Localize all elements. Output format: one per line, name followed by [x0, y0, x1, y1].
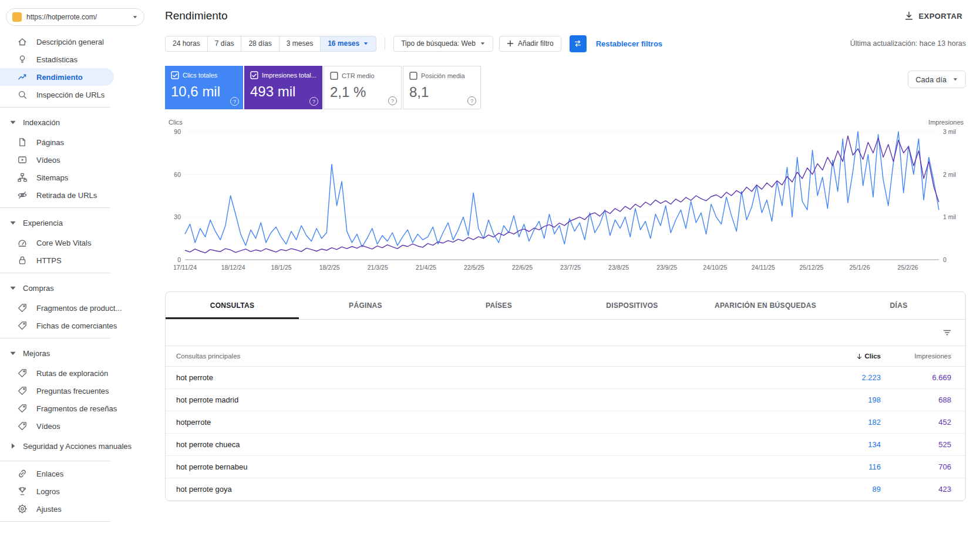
- chart-svg: 030609001 mil2 mil3 mil17/11/2418/12/241…: [165, 127, 966, 276]
- query-cell[interactable]: hotperrote: [176, 418, 816, 427]
- compare-filters-button[interactable]: [570, 35, 587, 52]
- chevron-down-icon: [8, 217, 18, 228]
- sidebar-section-indexacion[interactable]: Indexación: [0, 111, 153, 133]
- sidebar-item-rutas-de-exploracion[interactable]: Rutas de exploración: [0, 364, 114, 382]
- date-range-label: 16 meses: [328, 39, 359, 48]
- date-range-label: 28 días: [248, 39, 271, 48]
- metric-value: 8,1: [409, 84, 474, 100]
- checkbox-unchecked-icon[interactable]: [330, 72, 338, 80]
- topbar: Rendimiento EXPORTAR: [153, 0, 980, 32]
- help-icon[interactable]: ?: [230, 97, 239, 106]
- property-selector[interactable]: https://hotperrote.com/: [6, 8, 144, 26]
- svg-text:17/11/24: 17/11/24: [173, 264, 197, 271]
- page-title: Rendimiento: [165, 9, 228, 22]
- product-snippets-icon: [17, 303, 28, 313]
- tab-dispositivos[interactable]: DISPOSITIVOS: [565, 292, 699, 319]
- tab-paises[interactable]: PAÍSES: [432, 292, 565, 319]
- sidebar-item-rendimiento[interactable]: Rendimiento: [0, 68, 114, 86]
- tab-paginas[interactable]: PÁGINAS: [299, 292, 432, 319]
- sidebar-item-core-web-vitals[interactable]: Core Web Vitals: [0, 234, 114, 251]
- checkbox-checked-icon[interactable]: [171, 71, 179, 79]
- sidebar-item-logros[interactable]: Logros: [0, 482, 114, 500]
- filter-list-icon[interactable]: [942, 327, 952, 338]
- sidebar-item-videos[interactable]: Vídeos: [0, 417, 114, 435]
- query-cell[interactable]: hot perrote madrid: [176, 395, 816, 404]
- table-row[interactable]: hot perrote chueca134525: [166, 434, 965, 456]
- svg-text:24/10/25: 24/10/25: [703, 264, 727, 271]
- reset-filters-link[interactable]: Restablecer filtros: [596, 39, 662, 48]
- search-type-filter[interactable]: Tipo de búsqueda: Web: [393, 36, 493, 52]
- sidebar-item-enlaces[interactable]: Enlaces: [0, 465, 114, 482]
- column-header-clicks[interactable]: Clics: [816, 353, 881, 360]
- table-toolbar: [166, 320, 965, 346]
- tab-consultas[interactable]: CONSULTAS: [166, 292, 299, 319]
- help-icon[interactable]: ?: [467, 96, 476, 105]
- sidebar-item-https[interactable]: HTTPS: [0, 251, 114, 269]
- sidebar-section-experiencia[interactable]: Experiencia: [0, 212, 153, 234]
- metric-card-impresiones-total[interactable]: Impresiones total...493 mil?: [244, 66, 322, 109]
- home-icon: [17, 36, 28, 47]
- date-range-28-dias[interactable]: 28 días: [241, 36, 279, 52]
- sidebar: https://hotperrote.com/ Descripción gene…: [0, 0, 153, 540]
- query-cell[interactable]: hot perrote bernabeu: [176, 462, 816, 471]
- checkbox-checked-icon[interactable]: [250, 71, 258, 79]
- date-range-16-meses[interactable]: 16 meses: [320, 36, 376, 52]
- svg-text:3 mil: 3 mil: [943, 128, 956, 135]
- plus-icon: [507, 40, 514, 47]
- query-cell[interactable]: hot perrote: [176, 373, 816, 382]
- metric-card-posicion-media[interactable]: Posición media8,1?: [403, 66, 481, 109]
- date-range-24-horas[interactable]: 24 horas: [165, 36, 208, 52]
- date-range-label: 7 días: [215, 39, 234, 48]
- table-row[interactable]: hotperrote182452: [166, 411, 965, 434]
- clicks-cell: 116: [816, 462, 881, 471]
- query-cell[interactable]: hot perrote goya: [176, 485, 816, 494]
- date-range-7-dias[interactable]: 7 días: [207, 36, 242, 52]
- metric-value: 10,6 mil: [171, 83, 237, 100]
- add-filter-button[interactable]: Añadir filtro: [499, 36, 561, 52]
- metric-card-clics-totales[interactable]: Clics totales10,6 mil?: [165, 66, 243, 109]
- sidebar-item-label: Retirada de URLs: [36, 191, 97, 200]
- column-header-queries[interactable]: Consultas principales: [176, 353, 816, 360]
- sidebar-divider: [0, 521, 110, 522]
- query-cell[interactable]: hot perrote chueca: [176, 440, 816, 449]
- sidebar-item-paginas[interactable]: Páginas: [0, 133, 114, 151]
- table-row[interactable]: hot perrote2.2236.669: [166, 367, 965, 389]
- section-label: Experiencia: [23, 219, 63, 227]
- column-header-impressions[interactable]: Impresiones: [881, 353, 951, 360]
- sidebar-section-mejoras[interactable]: Mejoras: [0, 342, 153, 364]
- performance-chart[interactable]: 030609001 mil2 mil3 mil17/11/2418/12/241…: [165, 127, 966, 276]
- export-button[interactable]: EXPORTAR: [900, 10, 966, 22]
- sidebar-item-label: Vídeos: [36, 156, 60, 165]
- chevron-down-icon: [952, 76, 958, 82]
- links-icon: [17, 468, 28, 479]
- sidebar-item-descripcion-general[interactable]: Descripción general: [0, 33, 114, 51]
- sidebar-item-sitemaps[interactable]: Sitemaps: [0, 169, 114, 186]
- sidebar-item-fragmentos-de-product[interactable]: Fragmentos de product...: [0, 299, 114, 317]
- help-icon[interactable]: ?: [309, 97, 318, 106]
- main-content: Rendimiento EXPORTAR 24 horas7 días28 dí…: [153, 0, 980, 540]
- sidebar-item-retirada-de-urls[interactable]: Retirada de URLs: [0, 186, 114, 204]
- sidebar-item-ajustes[interactable]: Ajustes: [0, 500, 114, 518]
- sidebar-section-seguridad-y-acciones-manuales[interactable]: Seguridad y Acciones manuales: [0, 435, 153, 457]
- metric-card-ctr-medio[interactable]: CTR medio2,1 %?: [324, 66, 402, 109]
- date-range-group: 24 horas7 días28 días3 meses16 meses: [165, 36, 376, 52]
- sidebar-item-fragmentos-de-resenas[interactable]: Fragmentos de reseñas: [0, 400, 114, 417]
- sidebar-item-inspeccion-de-urls[interactable]: Inspección de URLs: [0, 86, 114, 103]
- date-range-3-meses[interactable]: 3 meses: [279, 36, 321, 52]
- table-row[interactable]: hot perrote bernabeu116706: [166, 456, 965, 478]
- sidebar-item-estadisticas[interactable]: Estadísticas: [0, 51, 114, 68]
- tab-dias[interactable]: DÍAS: [832, 292, 965, 319]
- table-row[interactable]: hot perrote goya89423: [166, 478, 965, 501]
- section-label: Compras: [23, 284, 54, 293]
- granularity-select[interactable]: Cada día: [908, 71, 966, 88]
- search-console-app: https://hotperrote.com/ Descripción gene…: [0, 0, 980, 540]
- sidebar-item-videos[interactable]: Vídeos: [0, 151, 114, 169]
- help-icon[interactable]: ?: [388, 96, 397, 105]
- tab-aparicion-en-busquedas[interactable]: APARICIÓN EN BÚSQUEDAS: [699, 292, 832, 319]
- checkbox-unchecked-icon[interactable]: [409, 72, 417, 80]
- table-row[interactable]: hot perrote madrid198688: [166, 389, 965, 411]
- sidebar-section-compras[interactable]: Compras: [0, 277, 153, 299]
- sidebar-item-fichas-de-comerciantes[interactable]: Fichas de comerciantes: [0, 317, 114, 334]
- sidebar-item-preguntas-frecuentes[interactable]: Preguntas frecuentes: [0, 382, 114, 400]
- metric-label: CTR medio: [342, 72, 375, 79]
